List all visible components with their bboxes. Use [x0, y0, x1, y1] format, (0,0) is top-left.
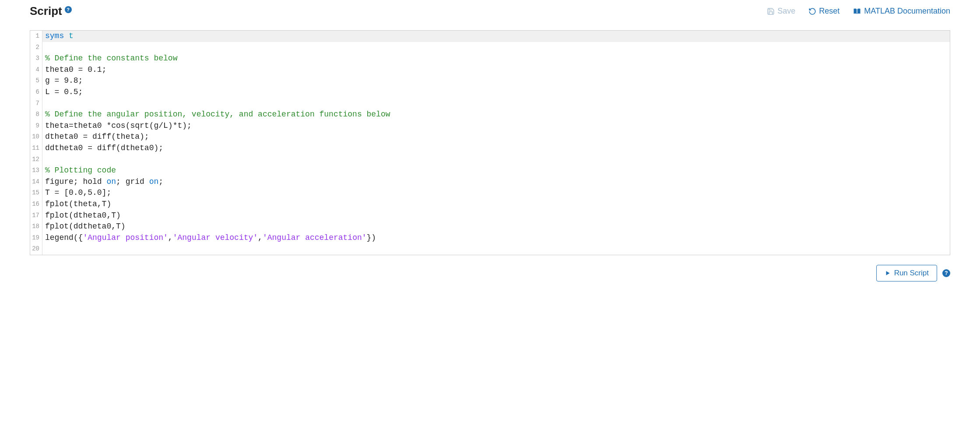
code-content[interactable]: legend({'Angular position','Angular velo…: [42, 232, 950, 244]
code-line[interactable]: 7: [30, 98, 950, 109]
code-line[interactable]: 12: [30, 154, 950, 165]
docs-button[interactable]: MATLAB Documentation: [853, 7, 950, 16]
code-line[interactable]: 6L = 0.5;: [30, 87, 950, 98]
play-icon: [885, 270, 891, 276]
code-line[interactable]: 16fplot(theta,T): [30, 199, 950, 210]
line-number: 15: [30, 187, 42, 199]
line-number: 12: [30, 154, 42, 165]
code-line[interactable]: 17fplot(dtheta0,T): [30, 210, 950, 222]
code-content[interactable]: theta0 = 0.1;: [42, 64, 950, 76]
book-icon: [853, 7, 861, 15]
code-line[interactable]: 3% Define the constants below: [30, 53, 950, 64]
reset-icon: [808, 7, 816, 15]
line-number: 9: [30, 120, 42, 132]
line-number: 1: [30, 31, 42, 42]
reset-button[interactable]: Reset: [808, 7, 839, 16]
line-number: 20: [30, 243, 42, 255]
code-content[interactable]: fplot(dtheta0,T): [42, 210, 950, 222]
code-line[interactable]: 19legend({'Angular position','Angular ve…: [30, 232, 950, 244]
svg-marker-0: [886, 271, 889, 275]
code-content[interactable]: figure; hold on; grid on;: [42, 176, 950, 188]
code-content[interactable]: % Define the angular position, velocity,…: [42, 109, 950, 120]
line-number: 10: [30, 131, 42, 143]
line-number: 14: [30, 176, 42, 188]
code-content[interactable]: theta=theta0 *cos(sqrt(g/L)*t);: [42, 120, 950, 132]
line-number: 17: [30, 210, 42, 222]
code-line[interactable]: 1syms t: [30, 31, 950, 42]
line-number: 8: [30, 109, 42, 120]
title-group: Script ?: [30, 4, 72, 18]
line-number: 6: [30, 87, 42, 98]
help-icon[interactable]: ?: [942, 269, 950, 277]
code-content[interactable]: syms t: [42, 31, 950, 42]
line-number: 16: [30, 199, 42, 210]
header-row: Script ? Save Reset: [30, 4, 950, 18]
code-line[interactable]: 5g = 9.8;: [30, 75, 950, 87]
code-content[interactable]: g = 9.8;: [42, 75, 950, 87]
code-content[interactable]: ddtheta0 = diff(dtheta0);: [42, 143, 950, 154]
page-title: Script: [30, 4, 62, 18]
save-label: Save: [777, 7, 795, 16]
run-label: Run Script: [894, 269, 929, 278]
docs-label: MATLAB Documentation: [864, 7, 950, 16]
line-number: 11: [30, 143, 42, 154]
code-line[interactable]: 4theta0 = 0.1;: [30, 64, 950, 76]
line-number: 18: [30, 221, 42, 232]
code-content[interactable]: [42, 42, 950, 53]
code-content[interactable]: T = [0.0,5.0];: [42, 187, 950, 199]
code-editor[interactable]: 1syms t2 3% Define the constants below4t…: [30, 30, 950, 255]
line-number: 13: [30, 165, 42, 176]
code-content[interactable]: % Plotting code: [42, 165, 950, 176]
line-number: 2: [30, 42, 42, 53]
code-content[interactable]: % Define the constants below: [42, 53, 950, 64]
reset-label: Reset: [819, 7, 839, 16]
save-icon: [767, 7, 775, 15]
code-content[interactable]: fplot(ddtheta0,T): [42, 221, 950, 232]
line-number: 19: [30, 232, 42, 244]
code-content[interactable]: [42, 243, 950, 255]
code-content[interactable]: fplot(theta,T): [42, 199, 950, 210]
line-number: 7: [30, 98, 42, 109]
code-line[interactable]: 13% Plotting code: [30, 165, 950, 176]
code-content[interactable]: [42, 98, 950, 109]
run-script-button[interactable]: Run Script: [876, 265, 937, 281]
line-number: 4: [30, 64, 42, 76]
line-number: 3: [30, 53, 42, 64]
code-line[interactable]: 8% Define the angular position, velocity…: [30, 109, 950, 120]
code-line[interactable]: 2: [30, 42, 950, 53]
code-line[interactable]: 18fplot(ddtheta0,T): [30, 221, 950, 232]
code-content[interactable]: [42, 154, 950, 165]
code-line[interactable]: 11ddtheta0 = diff(dtheta0);: [30, 143, 950, 154]
code-content[interactable]: L = 0.5;: [42, 87, 950, 98]
help-icon[interactable]: ?: [65, 6, 72, 13]
footer-row: Run Script ?: [30, 265, 950, 281]
save-button[interactable]: Save: [767, 7, 795, 16]
toolbar: Save Reset MATLAB Documentation: [767, 7, 950, 16]
code-line[interactable]: 15T = [0.0,5.0];: [30, 187, 950, 199]
code-line[interactable]: 20: [30, 243, 950, 255]
code-line[interactable]: 9theta=theta0 *cos(sqrt(g/L)*t);: [30, 120, 950, 132]
code-line[interactable]: 14figure; hold on; grid on;: [30, 176, 950, 188]
line-number: 5: [30, 75, 42, 87]
code-content[interactable]: dtheta0 = diff(theta);: [42, 131, 950, 143]
code-line[interactable]: 10dtheta0 = diff(theta);: [30, 131, 950, 143]
